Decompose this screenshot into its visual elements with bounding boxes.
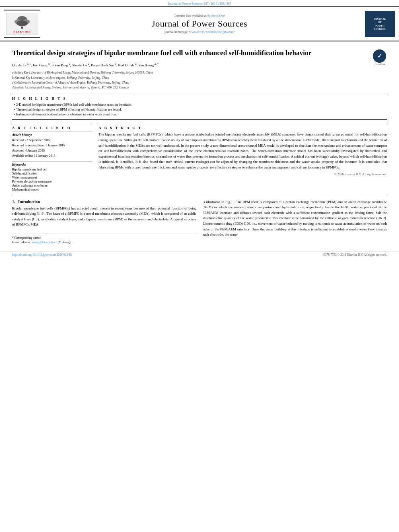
intro-left-text: Bipolar membrane fuel cells (BPMFCs) has… [12, 206, 197, 228]
article-info-col: A R T I C L E I N F O Article history: R… [12, 124, 93, 191]
highlights-title: H I G H L I G H T S [12, 97, 387, 101]
body-two-col: 1. Introduction Bipolar membrane fuel ce… [12, 199, 387, 245]
highlight-2: Theoretical design strategies of BPM aff… [14, 107, 387, 111]
highlight-1: 2-D model for bipolar membrane (BPM) fue… [14, 103, 387, 107]
elsevier-wordmark: ELSEVIER [13, 30, 31, 33]
history-title: Article history: [12, 133, 93, 137]
corresponding-note: * Corresponding author. [12, 236, 197, 240]
article-body: 1. Introduction Bipolar membrane fuel ce… [12, 196, 387, 245]
page-footer: http://dx.doi.org/10.1016/j.jpowsour.201… [0, 251, 399, 258]
citation-bar: Journal of Power Sources 307 (2016) 358–… [0, 0, 399, 6]
journal-title: Journal of Power Sources [40, 18, 359, 29]
body-right-col: is illustrated in Fig. 1. The BPM itself… [203, 199, 387, 245]
accepted-date: Accepted 4 January 2016 [12, 148, 93, 154]
journal-header: ELSEVIER Contents lists available at Sci… [0, 6, 399, 41]
keywords-title: Keywords: [12, 163, 93, 166]
main-content: ✓ CrossMark Theoretical design strategie… [0, 41, 399, 249]
keyword-2: Self-humidification [12, 172, 93, 175]
journal-center: Contents lists available at ScienceDirec… [40, 14, 359, 34]
keyword-6: Mathematical model [12, 188, 93, 191]
keyword-3: Water management [12, 176, 93, 179]
affil-b: b National Key Laboratory on Aero-engine… [12, 76, 387, 80]
crossmark-badge: ✓ CrossMark [373, 49, 387, 64]
journal-logo-text: JOURNALOFPOWERSOURCES [374, 17, 386, 31]
keywords-block: Keywords: Bipolar membrane fuel cell Sel… [12, 161, 93, 191]
abstract-text: The bipolar membrane fuel cells (BPMFCs)… [99, 132, 387, 170]
highlight-3: Enhanced self-humidification behavior ob… [14, 112, 387, 116]
elsevier-logo-box: ELSEVIER [6, 13, 38, 35]
sciencedirect-link[interactable]: ScienceDirect [208, 14, 226, 18]
footer-issn: 0378-7753/© 2016 Elsevier B.V. All right… [323, 253, 387, 257]
copyright-line: © 2016 Elsevier B.V. All rights reserved… [99, 173, 387, 176]
keyword-5: Anion exchange membrane [12, 184, 93, 187]
history-content: Received 22 September 2015 Received in r… [12, 138, 93, 158]
author-sikan: Sikan Peng a [51, 63, 70, 67]
affil-c: c Collaborative Innovation Center of Adv… [12, 80, 387, 85]
citation-text: Journal of Power Sources 307 (2016) 358–… [168, 2, 232, 6]
keyword-4: Polymer electrolyte membrane [12, 180, 93, 183]
contents-line: Contents lists available at ScienceDirec… [40, 14, 359, 18]
article-history-block: Article history: Received 22 September 2… [12, 131, 93, 158]
received-date: Received 22 September 2015 [12, 138, 93, 143]
elsevier-logo-left: ELSEVIER [4, 10, 40, 38]
highlights-list: 2-D model for bipolar membrane (BPM) fue… [12, 103, 387, 116]
author-pang: Pang-Chieh Sui d [91, 63, 116, 67]
article-title: Theoretical design strategies of bipolar… [12, 49, 387, 58]
journal-homepage: journal homepage: www.elsevier.com/locat… [40, 30, 359, 34]
author-qiushi: Qiushi Li b, c [12, 63, 31, 67]
authors-line: Qiushi Li b, c, Jian Gong b, Sikan Peng … [12, 62, 387, 68]
abstract-title: A B S T R A C T [99, 124, 387, 130]
footer-doi: http://dx.doi.org/10.1016/j.jpowsour.201… [12, 253, 72, 257]
revised-date: Received in revised form 1 January 2016 [12, 143, 93, 148]
affiliations: a Beijing Key Laboratory of Bio-inspired… [12, 70, 387, 90]
article-info-title: A R T I C L E I N F O [12, 124, 93, 130]
email-link[interactable]: xiangy@buaa.edu.cn [32, 240, 57, 244]
body-left-col: 1. Introduction Bipolar membrane fuel ce… [12, 199, 197, 245]
affil-d: d Institute for Integrated Energy System… [12, 85, 387, 90]
author-ned: Ned Djilali d [118, 63, 136, 67]
author-yan: Yan Xiang a, * [138, 63, 159, 67]
journal-url[interactable]: www.elsevier.com/locate/jpowsour [189, 30, 234, 34]
crossmark-icon: ✓ [373, 49, 386, 63]
section-1-title: 1. Introduction [12, 199, 197, 204]
email-note: E-mail address: xiangy@buaa.edu.cn (Y. X… [12, 240, 197, 244]
author-shanfu: Shanfu Lu a [72, 63, 89, 67]
doi-link[interactable]: http://dx.doi.org/10.1016/j.jpowsour.201… [12, 253, 72, 257]
journal-logo-right: JOURNALOFPOWERSOURCES [359, 11, 395, 37]
article-info-abstract: A R T I C L E I N F O Article history: R… [12, 124, 387, 191]
footnotes: * Corresponding author. E-mail address: … [12, 234, 197, 244]
available-date: Available online 12 January 2016 [12, 154, 93, 159]
keyword-1: Bipolar membrane fuel cell [12, 168, 93, 171]
highlights-section: H I G H L I G H T S 2-D model for bipola… [12, 94, 387, 120]
svg-rect-4 [21, 27, 23, 29]
author-jian: Jian Gong b [33, 63, 50, 67]
abstract-col: A B S T R A C T The bipolar membrane fue… [99, 124, 387, 191]
svg-point-3 [16, 21, 28, 26]
journal-logo-box: JOURNALOFPOWERSOURCES [365, 11, 395, 37]
elsevier-tree-icon [10, 15, 34, 29]
intro-right-text: is illustrated in Fig. 1. The BPM itself… [203, 199, 387, 238]
affil-a: a Beijing Key Laboratory of Bio-inspired… [12, 70, 387, 75]
